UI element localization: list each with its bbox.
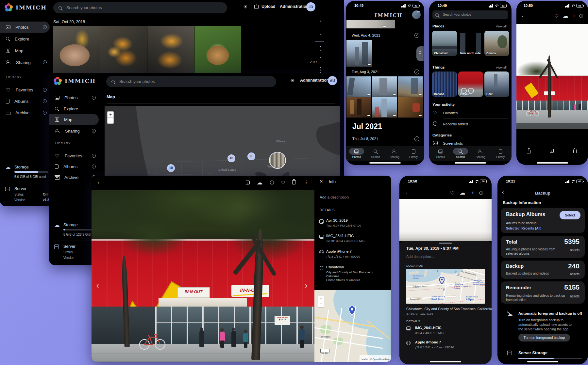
info-icon[interactable] xyxy=(43,99,47,103)
tab-library[interactable]: Library xyxy=(491,148,510,159)
administration-link[interactable]: Administration xyxy=(300,78,329,83)
minimap-zoom-in-button[interactable]: + xyxy=(318,295,324,302)
info-icon[interactable] xyxy=(43,111,47,115)
photo-thumbnail[interactable]: ☁ xyxy=(372,97,397,118)
photo-thumbnail[interactable] xyxy=(53,26,100,73)
select-day-icon[interactable] xyxy=(414,33,419,38)
info-icon[interactable] xyxy=(270,181,274,184)
add-description-field[interactable]: Add a description xyxy=(320,195,349,199)
tab-search[interactable]: Search xyxy=(451,148,470,159)
add-description-field[interactable]: Add description... xyxy=(406,255,434,259)
sidebar-item-albums[interactable]: Albums xyxy=(55,163,77,170)
tab-sharing[interactable]: Sharing xyxy=(471,148,490,159)
place-tile-omaha[interactable]: Omaha xyxy=(484,31,509,56)
sidebar-item-albums[interactable]: Albums xyxy=(6,97,28,105)
tab-photos[interactable]: Photos xyxy=(431,148,450,159)
location-map[interactable]: × × × ✝ ⚓ Hyde Street Harbor The Embarca… xyxy=(406,269,485,304)
photo-thumbnail[interactable] xyxy=(100,26,147,73)
sidebar-item-photos[interactable]: Photos xyxy=(6,23,28,31)
back-icon[interactable]: ← xyxy=(405,189,410,195)
next-asset-icon[interactable]: › xyxy=(305,280,308,291)
things-view-all[interactable]: View all xyxy=(496,66,507,69)
map-photo-marker[interactable] xyxy=(269,152,286,169)
sidebar-item-photos[interactable]: Photos xyxy=(55,94,77,102)
info-icon[interactable] xyxy=(579,14,583,18)
timeline-scrubber[interactable]: 2017 xyxy=(307,18,330,80)
asset-photo-white[interactable] xyxy=(399,199,492,241)
favorite-icon[interactable] xyxy=(450,191,455,195)
sidebar-item-explore[interactable]: Explore xyxy=(55,105,78,113)
sidebar-item-favorites[interactable]: Favorites xyxy=(6,86,33,94)
sidebar-item-explore[interactable]: Explore xyxy=(6,35,29,43)
photo-thumbnail[interactable]: ☁ xyxy=(398,97,423,118)
share-icon[interactable] xyxy=(527,150,530,153)
archive-icon[interactable] xyxy=(246,181,250,184)
add-to-album-icon[interactable]: + xyxy=(471,190,474,195)
tab-library[interactable]: Library xyxy=(404,148,423,159)
asset-photo[interactable] xyxy=(516,24,588,129)
profile-avatar[interactable] xyxy=(412,10,421,19)
info-icon[interactable] xyxy=(43,88,47,92)
favorite-icon[interactable] xyxy=(281,181,286,185)
upload-cloud-icon[interactable] xyxy=(563,14,569,18)
previous-asset-icon[interactable]: ‹ xyxy=(96,280,99,291)
thing-tile-bicycle[interactable]: Bicycle xyxy=(458,71,483,97)
place-tile-chinatown[interactable]: Chinatown xyxy=(432,31,457,56)
activity-item-recently-added[interactable]: Recently added xyxy=(432,121,508,128)
photo-thumbnail[interactable]: ☁ xyxy=(346,97,371,118)
back-icon[interactable]: ← xyxy=(97,179,102,185)
close-icon[interactable]: × xyxy=(320,178,323,185)
activity-item-favorites[interactable]: Favorites xyxy=(432,110,508,117)
sidebar-item-sharing[interactable]: Sharing xyxy=(55,127,80,135)
info-icon[interactable] xyxy=(92,129,96,133)
photo-thumbnail[interactable] xyxy=(194,26,241,73)
map-cluster-marker[interactable]: 8 xyxy=(247,152,255,160)
info-icon[interactable] xyxy=(92,96,96,100)
info-icon[interactable] xyxy=(92,165,96,168)
category-item-screenshots[interactable]: Screenshots xyxy=(432,140,508,146)
sheet-drag-handle[interactable] xyxy=(439,243,452,244)
info-icon[interactable] xyxy=(43,25,47,29)
select-day-icon[interactable] xyxy=(414,136,419,141)
thing-tile-boat[interactable]: Boat xyxy=(484,71,509,97)
thing-tile-banana[interactable]: Banana xyxy=(432,71,457,97)
search-input[interactable]: Search your photos xyxy=(53,2,227,13)
select-day-icon[interactable] xyxy=(414,70,419,74)
minimap-zoom-out-button[interactable]: − xyxy=(318,301,324,308)
photo-thumbnail[interactable]: ☁ xyxy=(346,40,372,67)
map-zoom-out-button[interactable]: − xyxy=(107,117,114,124)
sidebar-item-map[interactable]: Map xyxy=(6,47,23,55)
tab-sharing[interactable]: Sharing xyxy=(385,148,404,159)
photo-thumbnail[interactable]: ☁ xyxy=(346,20,395,28)
download-icon[interactable] xyxy=(257,181,263,185)
map-cluster-marker[interactable]: 10 xyxy=(227,154,235,162)
map-cluster-marker[interactable]: 10 xyxy=(167,164,175,172)
photo-thumbnail[interactable] xyxy=(147,26,194,73)
upload-cloud-icon[interactable] xyxy=(460,191,466,195)
administration-link[interactable]: Administration xyxy=(280,4,309,9)
search-input[interactable]: Search your photos xyxy=(106,76,276,87)
location-title[interactable]: Chinatown xyxy=(326,265,344,269)
scroll-scrubber[interactable]: ▲▼ xyxy=(416,46,424,61)
turn-on-foreground-backup-button[interactable]: Turn on foreground backup xyxy=(518,334,570,341)
sidebar-item-favorites[interactable]: Favorites xyxy=(55,152,82,160)
places-view-all[interactable]: View all xyxy=(496,24,507,28)
trash-icon[interactable] xyxy=(292,181,295,184)
trash-icon[interactable] xyxy=(573,150,577,153)
search-input[interactable]: Search your photos xyxy=(432,10,508,19)
theme-toggle-sun-icon[interactable]: ☀ xyxy=(243,4,247,10)
info-icon[interactable] xyxy=(92,154,96,158)
select-button[interactable]: Select xyxy=(560,211,580,219)
avatar[interactable]: JD xyxy=(306,2,315,11)
asset-date[interactable]: Apr 30, 2019 xyxy=(326,218,348,222)
photo-thumbnail[interactable]: ☁ xyxy=(346,76,371,97)
theme-toggle-sun-icon[interactable]: ☀ xyxy=(290,78,294,84)
map-zoom-in-button[interactable]: + xyxy=(107,111,114,118)
place-tile-near-north-side[interactable]: Near north side xyxy=(458,31,483,56)
archive-icon[interactable] xyxy=(550,149,554,153)
sidebar-item-archive[interactable]: Archive xyxy=(6,109,29,117)
favorite-icon[interactable] xyxy=(554,14,559,18)
info-icon[interactable] xyxy=(43,60,47,64)
tab-search[interactable]: Search xyxy=(366,148,385,159)
more-options-icon[interactable]: ⋮ xyxy=(304,180,309,185)
